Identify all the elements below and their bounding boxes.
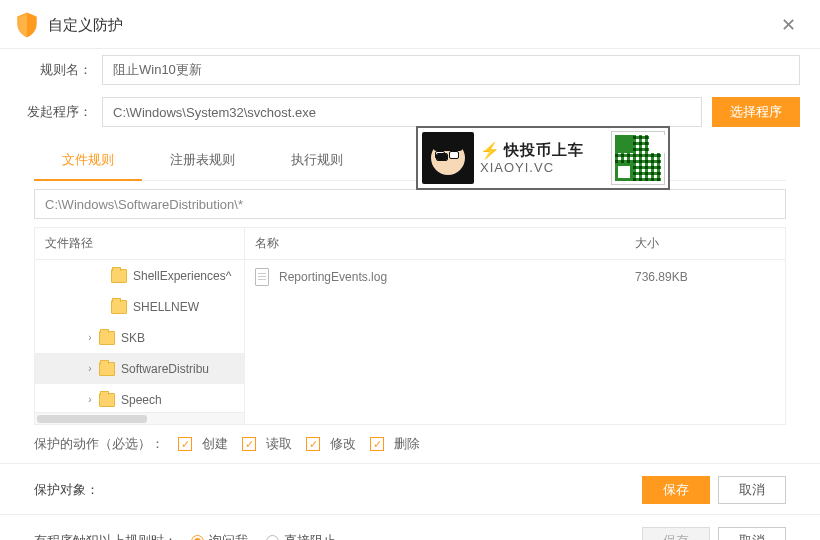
radio-ask-label: 询问我 xyxy=(209,532,248,540)
tab-registry-rules[interactable]: 注册表规则 xyxy=(142,141,263,180)
close-button[interactable]: ✕ xyxy=(773,10,804,40)
select-program-button[interactable]: 选择程序 xyxy=(712,97,800,127)
chevron-right-icon: › xyxy=(83,363,97,374)
checkbox-delete-label: 删除 xyxy=(394,435,420,453)
tree-node[interactable]: ›SoftwareDistribu xyxy=(35,353,244,384)
col-header-name[interactable]: 名称 xyxy=(255,235,635,252)
folder-icon xyxy=(99,393,115,407)
file-icon xyxy=(255,268,269,286)
path-input[interactable] xyxy=(34,189,786,219)
tab-file-rules[interactable]: 文件规则 xyxy=(34,141,142,181)
qr-code-icon xyxy=(612,132,664,184)
shield-icon xyxy=(16,12,38,38)
checkbox-create[interactable] xyxy=(178,437,192,451)
watermark-avatar xyxy=(422,132,474,184)
program-input[interactable] xyxy=(102,97,702,127)
tree-node[interactable]: ›Speech xyxy=(35,384,244,412)
rule-name-label: 规则名： xyxy=(20,61,92,79)
checkbox-create-label: 创建 xyxy=(202,435,228,453)
tree-node-label: Speech xyxy=(121,393,162,407)
folder-icon xyxy=(99,331,115,345)
footer-save-button[interactable]: 保存 xyxy=(642,527,710,540)
inner-cancel-button[interactable]: 取消 xyxy=(718,476,786,504)
file-size: 736.89KB xyxy=(635,270,775,284)
watermark-overlay: ⚡快投币上车 XIAOYI.VC xyxy=(416,126,670,190)
tree-node-label: SoftwareDistribu xyxy=(121,362,209,376)
protect-actions-label: 保护的动作（必选）： xyxy=(34,435,164,453)
tree-node[interactable]: ›ShellExperiences^ xyxy=(35,260,244,291)
rule-name-input[interactable] xyxy=(102,55,800,85)
watermark-text-zh: 快投币上车 xyxy=(504,141,584,159)
footer-cancel-button[interactable]: 取消 xyxy=(718,527,786,540)
checkbox-modify[interactable] xyxy=(306,437,320,451)
trigger-label: 有程序触犯以上规则时： xyxy=(34,532,177,540)
folder-icon xyxy=(99,362,115,376)
tab-exec-rules[interactable]: 执行规则 xyxy=(263,141,371,180)
tree-node[interactable]: ›SKB xyxy=(35,322,244,353)
chevron-right-icon: › xyxy=(83,394,97,405)
radio-block[interactable] xyxy=(266,535,279,541)
bolt-icon: ⚡ xyxy=(480,141,500,160)
tree-node-label: SHELLNEW xyxy=(133,300,199,314)
checkbox-read-label: 读取 xyxy=(266,435,292,453)
checkbox-read[interactable] xyxy=(242,437,256,451)
tree-header: 文件路径 xyxy=(35,228,244,260)
list-row[interactable]: ReportingEvents.log736.89KB xyxy=(245,260,785,294)
program-label: 发起程序： xyxy=(20,103,92,121)
tree-body[interactable]: ›ShellExperiences^›SHELLNEW›SKB›Software… xyxy=(35,260,244,412)
file-name: ReportingEvents.log xyxy=(279,270,635,284)
folder-icon xyxy=(111,269,127,283)
checkbox-delete[interactable] xyxy=(370,437,384,451)
inner-save-button[interactable]: 保存 xyxy=(642,476,710,504)
tree-node-label: ShellExperiences^ xyxy=(133,269,231,283)
tree-node-label: SKB xyxy=(121,331,145,345)
radio-block-label: 直接阻止 xyxy=(284,532,336,540)
chevron-right-icon: › xyxy=(83,332,97,343)
dialog-title: 自定义防护 xyxy=(48,16,773,35)
protect-target-label: 保护对象： xyxy=(34,481,99,499)
tree-hscrollbar[interactable] xyxy=(35,412,244,424)
col-header-size[interactable]: 大小 xyxy=(635,235,775,252)
checkbox-modify-label: 修改 xyxy=(330,435,356,453)
folder-icon xyxy=(111,300,127,314)
watermark-url: XIAOYI.VC xyxy=(480,160,584,176)
tree-node[interactable]: ›SHELLNEW xyxy=(35,291,244,322)
radio-ask[interactable] xyxy=(191,535,204,541)
